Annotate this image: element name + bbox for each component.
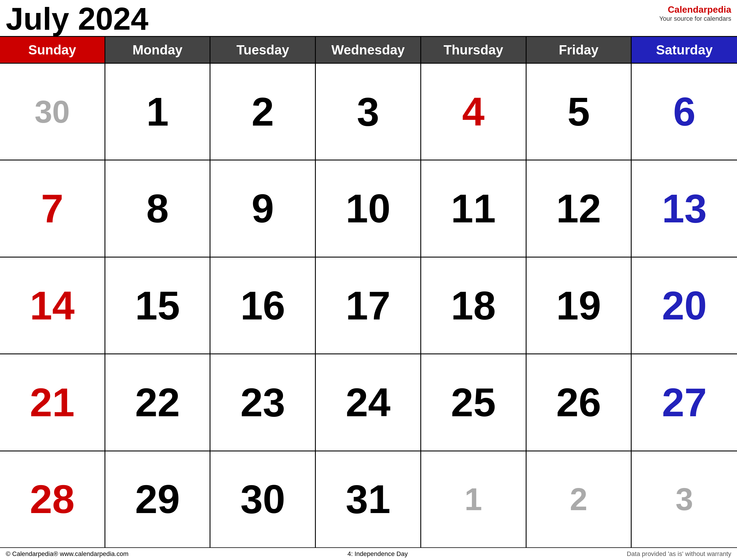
cell-jul8: 8 [105,160,211,256]
day-number: 15 [135,285,180,326]
brand-tagline: Your source for calendars [659,15,731,22]
cell-jul27: 27 [632,354,737,450]
calendar-page: July 2024 Calendarpedia Your source for … [0,0,737,560]
header-saturday: Saturday [632,37,737,63]
cell-jul5: 5 [526,64,632,160]
cell-jul25: 25 [421,354,526,450]
footer-right: Data provided 'as is' without warranty [627,550,731,558]
day-number: 1 [146,92,169,132]
header: July 2024 Calendarpedia Your source for … [0,0,737,36]
cell-jul16: 16 [211,258,316,353]
cell-jul23: 23 [211,354,316,450]
day-number: 17 [346,285,391,326]
day-number: 30 [240,479,285,519]
calendar-row-5: 28 29 30 31 1 2 3 [0,451,737,547]
day-number: 26 [556,382,601,423]
day-number: 1 [465,483,482,515]
cell-jul7: 7 [0,160,105,256]
header-wednesday: Wednesday [316,37,421,63]
day-number: 11 [451,188,496,229]
day-number: 9 [252,188,274,229]
header-tuesday: Tuesday [211,37,316,63]
header-friday: Friday [526,37,632,63]
cell-jul28: 28 [0,451,105,547]
cell-jul19: 19 [526,258,632,353]
cell-jul14: 14 [0,258,105,353]
cell-jul29: 29 [105,451,211,547]
cell-jul2: 2 [211,64,316,160]
cell-jul15: 15 [105,258,211,353]
cell-aug1: 1 [421,451,526,547]
day-number: 5 [567,92,590,132]
day-number: 2 [570,483,587,515]
day-number: 2 [252,92,274,132]
cell-jul9: 9 [211,160,316,256]
calendar-grid: 30 1 2 3 4 5 6 [0,64,737,547]
day-number: 3 [676,483,693,515]
calendar-container: Sunday Monday Tuesday Wednesday Thursday… [0,36,737,547]
footer: © Calendarpedia® www.calendarpedia.com 4… [0,547,737,560]
cell-jul6: 6 [632,64,737,160]
day-number: 25 [451,382,496,423]
day-number: 7 [41,188,63,229]
brand-name-accent: pedia [707,4,731,15]
header-sunday: Sunday [0,37,105,63]
day-headers: Sunday Monday Tuesday Wednesday Thursday… [0,37,737,64]
day-number: 14 [30,285,75,326]
calendar-row-2: 7 8 9 10 11 12 13 [0,160,737,257]
cell-jul26: 26 [526,354,632,450]
header-monday: Monday [105,37,211,63]
cell-jul21: 21 [0,354,105,450]
day-number: 29 [135,479,180,519]
cell-jul24: 24 [316,354,421,450]
cell-jul20: 20 [632,258,737,353]
cell-jul3: 3 [316,64,421,160]
day-number: 27 [662,382,707,423]
cell-aug2: 2 [526,451,632,547]
cell-aug3: 3 [632,451,737,547]
brand-name: Calendarpedia [659,4,731,15]
cell-jul11: 11 [421,160,526,256]
footer-left: © Calendarpedia® www.calendarpedia.com [6,550,128,558]
cell-jul13: 13 [632,160,737,256]
calendar-row-4: 21 22 23 24 25 26 27 [0,354,737,451]
day-number: 20 [662,285,707,326]
day-number: 22 [135,382,180,423]
cell-jul12: 12 [526,160,632,256]
day-number: 18 [451,285,496,326]
cell-jul17: 17 [316,258,421,353]
day-number: 16 [240,285,285,326]
footer-center: 4: Independence Day [348,550,408,558]
day-number: 8 [146,188,169,229]
day-number: 30 [35,96,70,128]
header-thursday: Thursday [421,37,526,63]
day-number: 28 [30,479,75,519]
cell-jul30: 30 [211,451,316,547]
month-title: July 2024 [6,3,148,35]
cell-jul4: 4 [421,64,526,160]
day-number: 21 [30,382,75,423]
cell-jul22: 22 [105,354,211,450]
cell-jul1: 1 [105,64,211,160]
day-number: 31 [346,479,391,519]
cell-jul18: 18 [421,258,526,353]
day-number: 13 [662,188,707,229]
brand-logo: Calendarpedia Your source for calendars [659,3,731,22]
calendar-row-1: 30 1 2 3 4 5 6 [0,64,737,160]
cell-jul10: 10 [316,160,421,256]
day-number: 12 [556,188,601,229]
day-number: 10 [346,188,391,229]
day-number: 6 [673,92,696,132]
cell-jun30: 30 [0,64,105,160]
cell-jul31: 31 [316,451,421,547]
day-number: 3 [357,92,379,132]
day-number: 23 [240,382,285,423]
brand-name-part1: Calendar [668,4,707,15]
day-number: 19 [556,285,601,326]
calendar-row-3: 14 15 16 17 18 19 20 [0,258,737,354]
day-number: 24 [346,382,391,423]
day-number: 4 [462,92,484,132]
